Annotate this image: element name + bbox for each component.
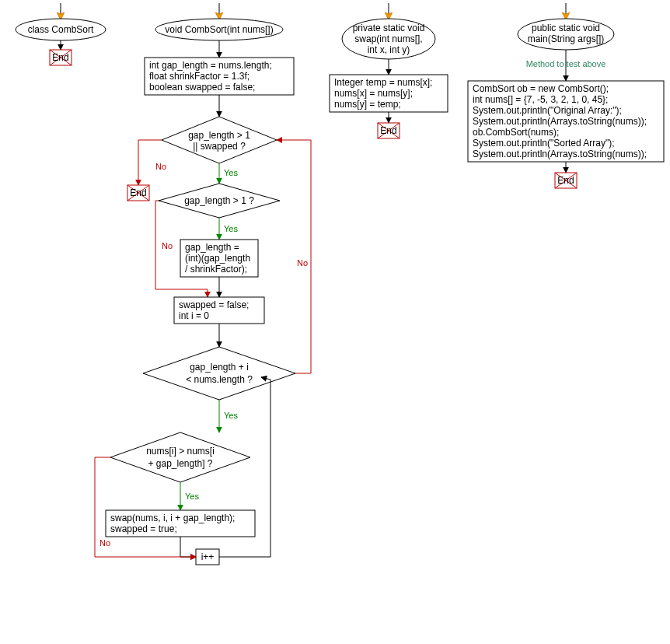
svg-text:int gap_length = nums.length;: int gap_length = nums.length; [149, 60, 272, 71]
svg-text:nums[i] > nums[i: nums[i] > nums[i [146, 446, 215, 457]
svg-text:End: End [130, 187, 146, 198]
svg-text:+ gap_length] ?: + gap_length] ? [148, 458, 212, 469]
svg-text:Yes: Yes [224, 224, 238, 233]
svg-text:public static void: public static void [532, 23, 600, 33]
svg-text:Yes: Yes [185, 492, 199, 501]
svg-text:System.out.println("Original A: System.out.println("Original Array:"); [473, 105, 622, 116]
cond-compare [110, 432, 250, 482]
end-node-col1: End [50, 50, 72, 65]
svg-text:No: No [297, 258, 308, 268]
svg-text:gap_length + i: gap_length + i [190, 362, 249, 373]
col2-group: void CombSort(int nums[]) int gap_length… [95, 3, 311, 565]
end-label: End [52, 52, 68, 63]
svg-text:gap_length > 1 ?: gap_length > 1 ? [184, 195, 254, 206]
svg-text:/ shrinkFactor);: / shrinkFactor); [185, 264, 247, 275]
combsort-label: void CombSort(int nums[]) [165, 24, 273, 35]
svg-text:swap(int nums[],: swap(int nums[], [354, 33, 422, 44]
col4-group: public static void main(String args[]) M… [468, 3, 664, 188]
svg-text:main(String args[]): main(String args[]) [528, 33, 605, 44]
svg-text:swap(nums, i, i + gap_length);: swap(nums, i, i + gap_length); [110, 513, 235, 523]
svg-text:End: End [380, 125, 396, 136]
svg-text:System.out.println(Arrays.toSt: System.out.println(Arrays.toString(nums)… [473, 116, 647, 127]
svg-text:|| swapped ?: || swapped ? [193, 141, 246, 152]
svg-text:No: No [162, 241, 173, 250]
svg-text:ob.CombSort(nums);: ob.CombSort(nums); [473, 127, 559, 138]
svg-text:int nums[] = {7, -5, 3, 2, 1, : int nums[] = {7, -5, 3, 2, 1, 0, 45}; [473, 94, 608, 105]
svg-text:int x, int y): int x, int y) [368, 44, 410, 55]
flowchart-diagram: class CombSort End void CombSort(int num… [0, 0, 670, 644]
svg-text:int i = 0: int i = 0 [179, 310, 209, 321]
svg-text:System.out.println("Sorted Arr: System.out.println("Sorted Array"); [473, 138, 615, 149]
svg-text:gap_length =: gap_length = [185, 242, 239, 253]
svg-text:No: No [99, 538, 110, 548]
svg-text:(int)(gap_length: (int)(gap_length [185, 253, 250, 264]
svg-text:nums[y] = temp;: nums[y] = temp; [334, 99, 401, 110]
svg-text:< nums.length ?: < nums.length ? [186, 374, 253, 385]
svg-text:swapped = false;: swapped = false; [179, 299, 249, 310]
class-label: class CombSort [28, 24, 94, 35]
col3-group: private static void swap(int nums[], int… [330, 3, 448, 138]
svg-text:Yes: Yes [224, 168, 238, 177]
svg-text:swapped = true;: swapped = true; [110, 523, 177, 534]
svg-text:Yes: Yes [224, 411, 238, 420]
svg-text:nums[x] = nums[y];: nums[x] = nums[y]; [334, 88, 413, 99]
method-comment: Method to test above [526, 59, 606, 68]
end-node-col4: End [555, 173, 577, 188]
svg-text:No: No [155, 162, 166, 171]
svg-text:private static void: private static void [353, 23, 425, 33]
svg-text:boolean swapped = false;: boolean swapped = false; [149, 82, 255, 93]
svg-text:End: End [557, 175, 574, 186]
end-node-col2: End [127, 185, 149, 201]
svg-text:CombSort ob = new CombSort();: CombSort ob = new CombSort(); [473, 83, 609, 94]
svg-text:System.out.println(Arrays.toSt: System.out.println(Arrays.toString(nums)… [473, 149, 647, 159]
svg-text:i++: i++ [201, 551, 215, 562]
end-node-col3: End [378, 123, 400, 138]
col1-group: class CombSort End [16, 3, 106, 65]
svg-text:Integer temp = nums[x];: Integer temp = nums[x]; [334, 77, 432, 88]
svg-text:gap_length > 1: gap_length > 1 [188, 130, 250, 141]
cond-inner-loop [143, 347, 295, 400]
svg-text:float shrinkFactor = 1.3f;: float shrinkFactor = 1.3f; [149, 71, 250, 82]
